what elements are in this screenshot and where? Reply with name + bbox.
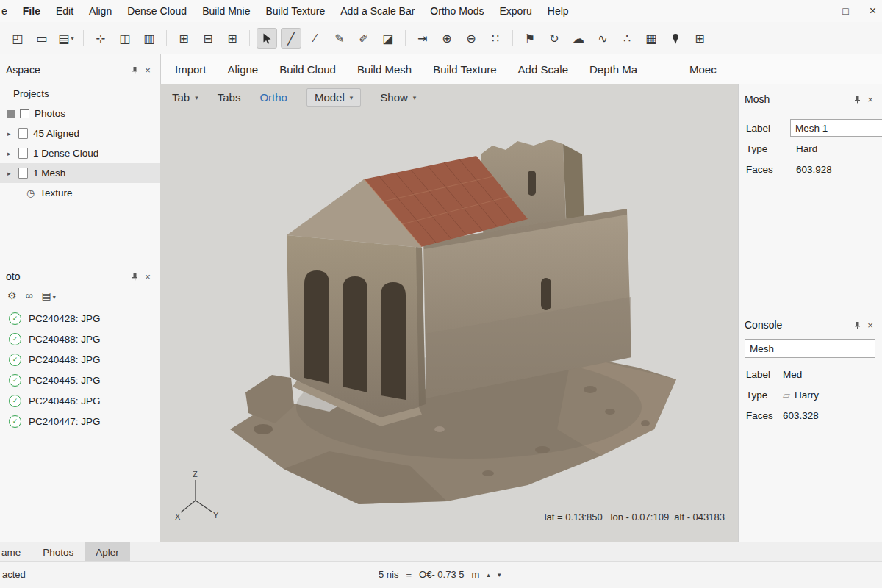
close-icon[interactable]: × (141, 270, 154, 283)
tree-item-mesh[interactable]: ▸ 1 Mesh (0, 163, 160, 183)
menu-item-edit[interactable]: Edit (56, 5, 74, 17)
console-mesh-input[interactable] (745, 339, 875, 358)
ribbon-item-model[interactable]: Moec (689, 63, 717, 76)
marker-point-icon[interactable]: ⊹ (90, 28, 111, 49)
doc-edit-icon[interactable]: ▤▾ (42, 290, 56, 301)
freehand-line-icon[interactable]: ∕ (305, 28, 326, 49)
marker-pin-icon[interactable] (665, 28, 686, 49)
close-icon[interactable]: × (864, 93, 877, 106)
minimize-button[interactable]: – (816, 5, 822, 17)
photo-item[interactable]: ✓ PC240428: JPG (0, 308, 160, 329)
dense-cloud-icon[interactable]: ☁ (568, 28, 589, 49)
page-import-icon[interactable]: ⇥ (412, 28, 433, 49)
menu-item-dense-cloud[interactable]: Dense Cloud (127, 5, 187, 17)
doc-region-icon[interactable]: ◪ (378, 28, 398, 49)
flag-icon[interactable]: ⚑ (520, 28, 540, 49)
open-folder-icon[interactable]: ▭ (32, 28, 52, 49)
rotate-icon[interactable]: ↻ (544, 28, 564, 49)
chevron-down-icon: ▾ (350, 94, 354, 101)
pin-icon[interactable] (850, 318, 864, 331)
viewport-tab-show[interactable]: Show▾ (380, 91, 416, 104)
grid-new-icon[interactable]: ⊞ (173, 28, 194, 49)
settings-icon[interactable]: ⚙ (7, 290, 17, 301)
tree-item-dense-cloud[interactable]: ▸ 1 Dense Cloud (0, 143, 160, 163)
photo-item[interactable]: ✓ PC240488: JPG (0, 329, 160, 349)
maximize-button[interactable]: □ (842, 5, 848, 17)
expand-caret-icon[interactable]: ▸ (7, 130, 13, 137)
page-remove-icon[interactable]: ⊖ (461, 28, 481, 49)
bottom-tab-ampler[interactable]: Apler (85, 542, 130, 562)
ribbon-item-import[interactable]: Import (175, 63, 207, 76)
ribbon-item-build-texture[interactable]: Build Texture (433, 63, 496, 76)
ribbon-item-depth-maps[interactable]: Depth Ma (589, 63, 637, 76)
photo-item[interactable]: ✓ PC240446: JPG (0, 390, 160, 411)
mesh-label-input[interactable] (790, 119, 882, 137)
layer-icon (7, 110, 15, 118)
pencil-icon[interactable]: ✎ (329, 28, 350, 49)
viewport-tab-model[interactable]: Model▾ (306, 88, 361, 107)
save-icon[interactable]: ▤▾ (56, 28, 76, 49)
expand-caret-icon[interactable]: ▸ (7, 150, 13, 157)
menu-item-help[interactable]: Help (548, 5, 569, 17)
viewport-tab-ortho[interactable]: Ortho (259, 91, 287, 104)
pin-icon[interactable] (128, 270, 141, 283)
menu-item-file[interactable]: File (23, 5, 40, 17)
menu-item-align[interactable]: Align (89, 5, 112, 17)
attach-icon[interactable]: ∞ (26, 290, 33, 301)
tree-item-aligned[interactable]: ▸ 45 Aligned (0, 123, 160, 143)
ribbon-item-build-cloud[interactable]: Build Cloud (279, 63, 336, 76)
photo-item[interactable]: ✓ PC240448: JPG (0, 349, 160, 370)
page-add-icon[interactable]: ⊕ (437, 28, 457, 49)
workspace-panel-header: Aspace × (0, 60, 160, 79)
chevron-up-icon[interactable]: ▴ (487, 571, 490, 578)
viewport-tab-tab[interactable]: Tab▾ (172, 91, 198, 104)
close-button[interactable]: × (870, 4, 876, 18)
pen-icon[interactable]: ✐ (354, 28, 374, 49)
mesh-wave-icon[interactable]: ∿ (592, 28, 613, 49)
pin-icon[interactable] (128, 63, 141, 76)
tree-item-projects[interactable]: Projects (0, 84, 160, 104)
grid-export-icon[interactable]: ⊟ (198, 28, 218, 49)
ribbon-item-build-mesh[interactable]: Build Mesh (357, 63, 412, 76)
photo-name: PC240448: JPG (29, 354, 101, 365)
menu-item-partial[interactable]: e (1, 5, 7, 17)
ortho-window-icon[interactable]: ▦ (641, 28, 662, 49)
tree-item-photos[interactable]: Photos (0, 104, 160, 123)
checkbox-icon[interactable] (20, 109, 29, 118)
viewport-3d[interactable]: Tab▾ Tabs Ortho Model▾ Show▾ (160, 84, 738, 542)
tile-grid-icon[interactable]: ∷ (485, 28, 506, 49)
field-label: Faces (746, 410, 783, 421)
menu-item-build-mesh[interactable]: Build Mnie (202, 5, 250, 17)
save-caret-icon: ▾ (71, 35, 74, 42)
pin-icon[interactable] (850, 93, 864, 106)
menu-item-ortho-mods[interactable]: Ortho Mods (430, 5, 484, 17)
tree-item-texture[interactable]: ◷ Texture (0, 183, 160, 203)
workspace-sidebar: Aspace × Projects Photos ▸ 45 Aligned ▸ … (0, 54, 161, 542)
close-icon[interactable]: × (141, 63, 154, 76)
viewport-tab-tabs[interactable]: Tabs (218, 91, 241, 104)
open-project-icon[interactable]: ◰ (7, 28, 28, 49)
menu-item-add-scale-bar[interactable]: Add a Scale Bar (340, 5, 415, 17)
clone-region-icon[interactable]: ◫ (115, 28, 135, 49)
photo-item[interactable]: ✓ PC240447: JPG (0, 411, 160, 431)
close-icon[interactable]: × (864, 318, 877, 331)
select-cursor-icon[interactable] (257, 28, 277, 49)
photo-name: PC240446: JPG (29, 395, 101, 406)
axis-x-label: X (175, 512, 181, 521)
bottom-tab-frame[interactable]: ame (0, 542, 32, 562)
mesh-properties-panel: Mosh × Label Type Hard Faces 603.928 (739, 90, 882, 179)
table-icon[interactable]: ⊞ (689, 28, 710, 49)
viewport-tabs: Tab▾ Tabs Ortho Model▾ Show▾ (172, 88, 416, 107)
line-tool-icon[interactable]: ╱ (281, 28, 301, 49)
ribbon-item-align[interactable]: Aligne (228, 63, 259, 76)
texture-dots-icon[interactable]: ∴ (617, 28, 637, 49)
bottom-tab-photos[interactable]: Photos (32, 542, 85, 562)
menu-item-build-texture[interactable]: Build Texture (266, 5, 326, 17)
ribbon-item-add-scale[interactable]: Add Scale (518, 63, 568, 76)
photo-item[interactable]: ✓ PC240445: JPG (0, 370, 160, 390)
chevron-down-icon[interactable]: ▾ (498, 571, 501, 578)
expand-caret-icon[interactable]: ▸ (7, 170, 13, 177)
grid-import-icon[interactable]: ⊞ (222, 28, 243, 49)
menu-item-export[interactable]: Exporu (500, 5, 532, 17)
print-icon[interactable]: ▥ (139, 28, 159, 49)
